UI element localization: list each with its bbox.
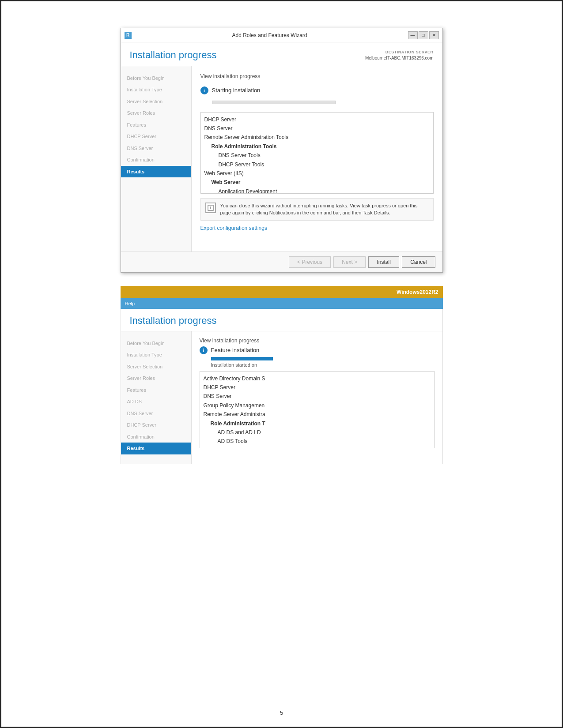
view-progress-label: View installation progress xyxy=(200,73,434,79)
window-title: Add Roles and Features Wizard xyxy=(132,32,408,38)
s2-feature-rsat: Remote Server Administra xyxy=(204,410,431,419)
s2-feature-scroll[interactable]: Active Directory Domain S DHCP Server DN… xyxy=(200,372,434,448)
s2-feature-ad-ds: Active Directory Domain S xyxy=(204,374,431,383)
feature-role-admin-tools: Role Administration Tools xyxy=(204,142,430,151)
page-number: 5 xyxy=(280,709,283,716)
s2-status-text: Feature installation xyxy=(211,347,260,353)
previous-button[interactable]: < Previous xyxy=(289,256,331,268)
s2-info-icon: i xyxy=(200,346,208,354)
sidebar-item-server-selection: Server Selection xyxy=(121,96,191,108)
wizard-body: Installation progress DESTINATION SERVER… xyxy=(121,42,442,272)
s2-install-started: Installation started on xyxy=(211,362,435,368)
status-row: i Starting installation xyxy=(200,86,434,94)
wizard-content-area: View installation progress i Starting in… xyxy=(192,66,442,251)
second-content-area: View installation progress i Feature ins… xyxy=(192,331,442,464)
wizard-footer: < Previous Next > Install Cancel xyxy=(121,251,442,272)
sidebar-item-before-you-begin: Before You Begin xyxy=(121,72,191,84)
s2-sidebar-ad-ds: AD DS xyxy=(121,396,191,408)
notice-text: You can close this wizard without interr… xyxy=(220,202,429,217)
sidebar-item-confirmation: Confirmation xyxy=(121,154,191,166)
destination-server-info: DESTINATION SERVER MelbourneIT-ABC.MIT16… xyxy=(365,49,434,61)
feature-list-scroll[interactable]: DHCP Server DNS Server Remote Server Adm… xyxy=(201,113,433,193)
s2-sidebar-installation-type: Installation Type xyxy=(121,349,191,361)
help-bar-text: Help xyxy=(125,301,135,306)
destination-server-name: MelbourneIT-ABC.MIT163296.com xyxy=(365,55,434,61)
titlebar: R Add Roles and Features Wizard — □ ✕ xyxy=(121,28,442,42)
s2-sidebar-dns-server: DNS Server xyxy=(121,408,191,420)
sidebar-item-server-roles: Server Roles xyxy=(121,107,191,119)
s2-feature-adds-adld: AD DS and AD LD xyxy=(204,428,431,437)
second-wizard-body: Installation progress Before You Begin I… xyxy=(121,309,443,464)
header-bar-text: Windows2012R2 xyxy=(397,289,438,295)
second-header-bar: Windows2012R2 xyxy=(121,286,443,298)
page-title: Installation progress xyxy=(130,49,217,61)
s2-feature-addstools: AD DS Tools xyxy=(204,437,431,446)
sidebar-item-features: Features xyxy=(121,119,191,131)
sidebar-item-dhcp-server: DHCP Server xyxy=(121,131,191,143)
feature-rsat: Remote Server Administration Tools xyxy=(204,133,430,142)
s2-progress-bar xyxy=(211,357,273,360)
progress-bar xyxy=(212,101,336,104)
s2-status-row: i Feature installation xyxy=(200,346,435,354)
s2-sidebar-results[interactable]: Results xyxy=(121,443,191,454)
notice-icon xyxy=(205,203,216,213)
feature-app-dev: Application Development xyxy=(204,187,430,193)
wizard-main: Before You Begin Installation Type Serve… xyxy=(121,66,442,251)
s2-feature-list: Active Directory Domain S DHCP Server DN… xyxy=(200,371,435,448)
destination-label: DESTINATION SERVER xyxy=(365,49,434,55)
s2-sidebar-confirmation: Confirmation xyxy=(121,431,191,443)
export-configuration-link[interactable]: Export configuration settings xyxy=(200,225,434,231)
wizard-sidebar: Before You Begin Installation Type Serve… xyxy=(121,66,192,251)
second-sidebar: Before You Begin Installation Type Serve… xyxy=(121,331,192,464)
wizard-header: Installation progress DESTINATION SERVER… xyxy=(121,42,442,66)
help-bar: Help xyxy=(121,298,218,309)
sidebar-item-dns-server: DNS Server xyxy=(121,143,191,154)
notice-box: You can close this wizard without interr… xyxy=(200,198,434,221)
window-controls: — □ ✕ xyxy=(408,31,439,39)
status-text: Starting installation xyxy=(212,87,261,94)
cancel-button[interactable]: Cancel xyxy=(402,256,435,268)
s2-feature-active-d: Active D xyxy=(204,446,431,448)
feature-web-server: Web Server xyxy=(204,178,430,187)
sidebar-item-results[interactable]: Results xyxy=(121,166,191,178)
sidebar-item-installation-type: Installation Type xyxy=(121,84,191,96)
second-main: Before You Begin Installation Type Serve… xyxy=(121,331,442,464)
s2-feature-role-admin: Role Administration T xyxy=(204,419,431,428)
feature-dhcp-server: DHCP Server xyxy=(204,115,430,124)
feature-dns-server: DNS Server xyxy=(204,124,430,133)
s2-sidebar-dhcp-server: DHCP Server xyxy=(121,419,191,431)
s2-view-progress-label: View installation progress xyxy=(200,338,435,344)
feature-dns-server-tools: DNS Server Tools xyxy=(204,151,430,160)
close-button[interactable]: ✕ xyxy=(429,31,439,39)
s2-feature-dns: DNS Server xyxy=(204,392,431,401)
second-page-title: Installation progress xyxy=(121,309,442,331)
s2-feature-gpm: Group Policy Managemen xyxy=(204,401,431,410)
feature-web-server-iis: Web Server (IIS) xyxy=(204,169,430,178)
info-icon: i xyxy=(200,86,208,94)
s2-feature-dhcp: DHCP Server xyxy=(204,383,431,392)
feature-list-box: DHCP Server DNS Server Remote Server Adm… xyxy=(200,112,434,194)
s2-sidebar-before-you-begin: Before You Begin xyxy=(121,338,191,349)
s2-sidebar-server-roles: Server Roles xyxy=(121,372,191,384)
minimize-button[interactable]: — xyxy=(408,31,418,39)
next-button[interactable]: Next > xyxy=(333,256,366,268)
maximize-button[interactable]: □ xyxy=(419,31,428,39)
install-button[interactable]: Install xyxy=(368,256,399,268)
feature-dhcp-server-tools: DHCP Server Tools xyxy=(204,160,430,169)
second-section: Windows2012R2 Help Installation progress… xyxy=(121,286,443,464)
app-icon: R xyxy=(125,32,132,39)
wizard-window-1: R Add Roles and Features Wizard — □ ✕ In… xyxy=(121,28,443,273)
s2-sidebar-features: Features xyxy=(121,384,191,396)
s2-sidebar-server-selection: Server Selection xyxy=(121,361,191,373)
